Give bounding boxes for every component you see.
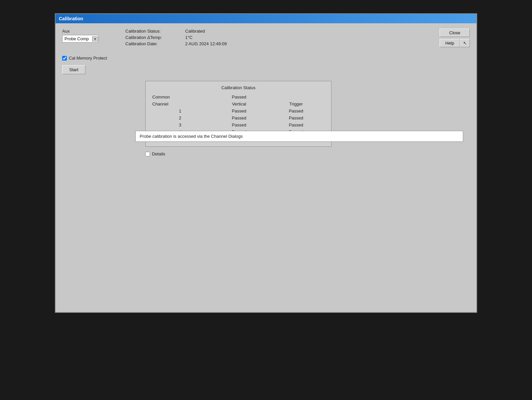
close-button[interactable]: Close [440,29,470,37]
calibration-status-row: Calibration Status: Calibrated [125,29,433,34]
cursor-button[interactable]: ↖ [460,39,470,47]
start-section: Start [62,65,470,74]
details-section: Details [145,151,470,156]
cursor-icon: ↖ [463,41,467,46]
start-button[interactable]: Start [62,65,85,74]
cal-memory-section: Cal Memory Protect [62,56,470,61]
table-row: 2 Passed Passed [152,114,325,121]
calibration-status-value: Calibrated [185,29,205,34]
col-header-trigger: Trigger [268,100,325,107]
channel-number: 2 [152,114,210,121]
table-header-row: Channel Vertical Trigger [152,100,325,107]
aux-dropdown[interactable]: Probe Comp [62,35,99,43]
trigger-status: Passed [268,114,325,121]
bottom-message-text: Probe calibration is accessed via the Ch… [140,134,243,139]
vertical-status: Passed [210,121,267,128]
cal-memory-label: Cal Memory Protect [69,56,107,61]
calibration-info: Calibration Status: Calibrated Calibrati… [125,29,433,48]
common-value: Passed [210,94,267,100]
buttons-section: Close Help ↖ [440,29,470,47]
details-label: Details [152,151,165,156]
aux-section: Aux Probe Comp ▼ [62,29,99,43]
calibration-delta-temp-label: Calibration ΔTemp: [125,35,179,40]
calibration-date-label: Calibration Date: [125,41,179,46]
table-row: 1 Passed Passed [152,107,325,114]
aux-dropdown-container: Probe Comp ▼ [62,35,99,43]
table-row: 3 Passed Passed [152,121,325,128]
content-area: Aux Probe Comp ▼ Calibration Status: Cal… [56,23,476,162]
vertical-status: Passed [210,114,267,121]
calibration-delta-temp-value: 1°C [185,35,193,40]
aux-label: Aux [62,29,99,34]
title-bar: Calibration [56,14,476,23]
col-header-vertical: Vertical [210,100,267,107]
help-row: Help ↖ [440,39,470,47]
vertical-status: Passed [210,107,267,114]
channel-number: 1 [152,107,210,114]
calibration-status-label: Calibration Status: [125,29,179,34]
calibration-window: Calibration Aux Probe Comp ▼ Calibration… [55,13,477,313]
col-header-channel: Channel [152,100,210,107]
details-checkbox[interactable] [145,152,150,156]
cal-status-box-title: Calibration Status [152,85,325,90]
trigger-status: Passed [268,107,325,114]
common-label: Common [152,94,210,100]
calibration-date-row: Calibration Date: 2 AUG 2024 12:49:09 [125,41,433,46]
common-row: Common Passed [152,94,325,100]
cal-memory-checkbox[interactable] [62,56,67,61]
bottom-message: Probe calibration is accessed via the Ch… [135,131,463,142]
trigger-status: Passed [268,121,325,128]
channel-number: 3 [152,121,210,128]
calibration-delta-temp-row: Calibration ΔTemp: 1°C [125,35,433,40]
top-section: Aux Probe Comp ▼ Calibration Status: Cal… [62,29,470,48]
window-title: Calibration [59,16,83,21]
calibration-date-value: 2 AUG 2024 12:49:09 [185,41,227,46]
help-button[interactable]: Help [440,39,460,47]
